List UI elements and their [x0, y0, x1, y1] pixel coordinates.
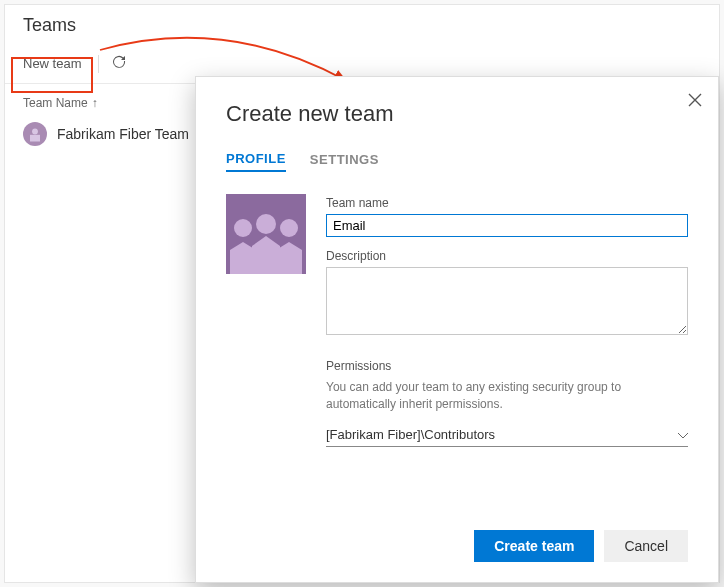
create-team-button[interactable]: Create team	[474, 530, 594, 562]
page-title: Teams	[23, 15, 701, 36]
team-name-input[interactable]	[326, 214, 688, 237]
dialog-title: Create new team	[226, 101, 688, 127]
permissions-description: You can add your team to any existing se…	[326, 379, 688, 413]
team-avatar-placeholder[interactable]	[226, 194, 306, 274]
column-header-label: Team Name	[23, 96, 88, 110]
team-name-label: Fabrikam Fiber Team	[57, 126, 189, 142]
permissions-selected-value: [Fabrikam Fiber]\Contributors	[326, 427, 495, 442]
permissions-label: Permissions	[326, 359, 688, 373]
svg-point-2	[234, 219, 252, 237]
tab-settings[interactable]: SETTINGS	[310, 151, 379, 172]
refresh-button[interactable]	[107, 50, 131, 77]
chevron-down-icon	[678, 427, 688, 442]
dialog-tabs: PROFILE SETTINGS	[226, 151, 688, 172]
dialog-footer: Create team Cancel	[196, 516, 718, 582]
refresh-icon	[111, 54, 127, 73]
tab-profile[interactable]: PROFILE	[226, 151, 286, 172]
description-input[interactable]	[326, 267, 688, 335]
svg-point-0	[32, 129, 38, 135]
svg-point-3	[256, 214, 276, 234]
team-name-label: Team name	[326, 196, 688, 210]
new-team-button[interactable]: New team	[15, 52, 90, 75]
team-avatar-icon	[23, 122, 47, 146]
svg-rect-1	[30, 135, 40, 142]
sort-ascending-icon: ↑	[92, 96, 98, 110]
permissions-select[interactable]: [Fabrikam Fiber]\Contributors	[326, 423, 688, 447]
close-button[interactable]	[682, 87, 708, 117]
svg-point-4	[280, 219, 298, 237]
description-label: Description	[326, 249, 688, 263]
toolbar-divider	[98, 55, 99, 73]
create-team-dialog: Create new team PROFILE SETTINGS	[195, 76, 719, 583]
close-icon	[688, 93, 702, 110]
cancel-button[interactable]: Cancel	[604, 530, 688, 562]
